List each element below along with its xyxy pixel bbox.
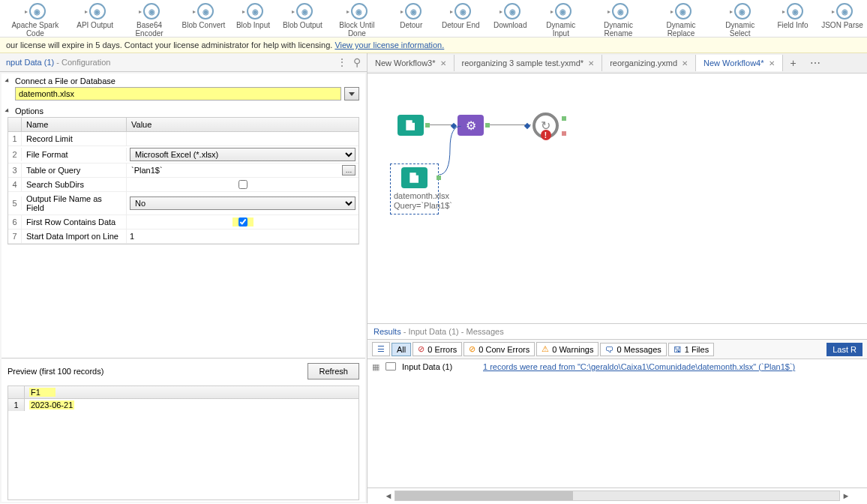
tool-blob-convert[interactable]: ▸◉Blob Convert — [178, 2, 228, 35]
filter-errors[interactable]: ⊘0 Errors — [412, 342, 462, 356]
tool-block-until-done[interactable]: ▸◉Block Until Done — [327, 2, 386, 35]
tool-label: Blob Input — [236, 21, 270, 29]
chevron-right-icon: ▸ — [730, 8, 733, 15]
output-port-icon[interactable] — [425, 123, 430, 128]
macro-node[interactable]: ⚙ — [458, 115, 484, 136]
file-path-input[interactable] — [15, 87, 341, 100]
close-icon[interactable]: ✕ — [682, 59, 688, 68]
tool-field-info[interactable]: ▸◉Field Info — [768, 2, 818, 35]
filter-files[interactable]: 🖫1 Files — [668, 343, 714, 356]
chevron-right-icon: ▸ — [242, 8, 245, 15]
file-dropdown-button[interactable] — [344, 87, 359, 100]
chevron-right-icon: ▸ — [25, 8, 28, 15]
menu-dots-icon[interactable]: ⋮ — [337, 56, 347, 68]
view-list-icon[interactable]: ☰ — [372, 342, 390, 356]
tab-menu-button[interactable]: ⋯ — [804, 53, 826, 73]
tool-json-parse[interactable]: ▸◉JSON Parse — [818, 2, 867, 35]
pin-icon[interactable]: ⚲ — [353, 56, 361, 68]
tool-api-output[interactable]: ▸◉API Output — [70, 2, 120, 35]
output-port-icon[interactable] — [562, 131, 566, 136]
option-checkbox[interactable] — [238, 218, 248, 226]
pane-icon[interactable]: ▦ — [372, 362, 380, 372]
config-body: Connect a File or Database Options Name … — [2, 74, 365, 502]
output-port-icon[interactable] — [436, 176, 441, 180]
configuration-panel: nput Data (1) - Configuration ⋮ ⚲ Connec… — [0, 53, 368, 503]
tool-icon: ◉ — [787, 3, 803, 20]
tool-icon: ◉ — [836, 3, 853, 20]
scroll-left-icon[interactable]: ◄ — [382, 491, 394, 500]
workflow-tab[interactable]: New Workflow3*✕ — [368, 55, 454, 71]
option-select[interactable]: Microsoft Excel (*.xlsx) — [130, 148, 356, 161]
close-icon[interactable]: ✕ — [769, 59, 775, 68]
tab-label: New Workflow4* — [704, 58, 764, 68]
preview-row-num: 1 — [8, 399, 25, 411]
option-row: 3Table or Query… — [8, 164, 358, 178]
row-number: 4 — [8, 178, 22, 191]
tool-label: Block Until Done — [330, 21, 383, 38]
tool-base64-encoder[interactable]: ▸◉Base64 Encoder — [120, 2, 179, 35]
row-number: 5 — [8, 196, 22, 210]
results-title: Results — [374, 327, 401, 336]
tool-icon: ◉ — [454, 3, 471, 20]
options-section-label[interactable]: Options — [2, 105, 365, 117]
tool-dynamic-input[interactable]: ▸◉Dynamic Input — [535, 2, 586, 35]
tool-dynamic-replace[interactable]: ▸◉Dynamic Replace — [650, 2, 712, 35]
option-checkbox[interactable] — [238, 180, 248, 189]
tool-blob-output[interactable]: ▸◉Blob Output — [278, 2, 327, 35]
browse-node[interactable]: ↻! — [532, 112, 559, 139]
close-icon[interactable]: ✕ — [588, 59, 594, 68]
last-run-button[interactable]: Last R — [826, 343, 862, 356]
tool-icon: ◉ — [197, 3, 214, 20]
option-row: 7Start Data Import on Line1 — [8, 230, 358, 244]
tool-blob-input[interactable]: ▸◉Blob Input — [228, 2, 278, 35]
workflow-tab[interactable]: New Workflow4*✕ — [696, 55, 783, 71]
tool-label: Dynamic Select — [716, 21, 766, 38]
filter-conv-errors[interactable]: ⊘0 Conv Errors — [464, 342, 535, 356]
workflow-tab[interactable]: reorganizing 3 sample test.yxmd*✕ — [454, 55, 603, 71]
tool-dynamic-select[interactable]: ▸◉Dynamic Select — [712, 2, 769, 35]
config-title: nput Data (1) — [6, 58, 54, 67]
tool-download[interactable]: ▸◉Download — [485, 2, 535, 35]
option-name: Search SubDirs — [22, 178, 127, 191]
add-tab-button[interactable]: + — [783, 53, 804, 73]
output-port-icon[interactable] — [562, 116, 566, 121]
refresh-button[interactable]: Refresh — [308, 363, 359, 380]
option-value[interactable]: 1 — [130, 232, 134, 241]
input-data-node-1[interactable] — [398, 115, 424, 136]
filter-all[interactable]: All — [392, 343, 411, 356]
tool-detour-end[interactable]: ▸◉Detour End — [436, 2, 485, 35]
workflow-tab[interactable]: reorganizing.yxmd✕ — [602, 55, 696, 71]
filter-warnings[interactable]: ⚠0 Warnings — [536, 342, 598, 356]
output-port-icon[interactable] — [485, 123, 490, 128]
tool-label: Dynamic Input — [538, 21, 584, 38]
result-message-link[interactable]: 1 records were read from "C:\geraldo\Cai… — [483, 362, 795, 371]
scroll-right-icon[interactable]: ► — [840, 491, 852, 500]
workflow-canvas[interactable]: ⚙ ↻! datemonth.xlsx Query=`Plan1$` — [368, 74, 867, 323]
tool-label: Apache Spark Code — [3, 21, 68, 38]
input-data-node-selected[interactable]: datemonth.xlsx Query=`Plan1$` — [390, 164, 439, 214]
license-link[interactable]: View your license information. — [334, 40, 444, 50]
tool-label: Field Info — [777, 21, 808, 29]
chevron-right-icon: ▸ — [193, 8, 196, 15]
tool-detour[interactable]: ▸◉Detour — [386, 2, 436, 35]
chevron-right-icon: ▸ — [550, 8, 554, 15]
option-input[interactable] — [130, 165, 340, 176]
tool-apache-spark-code[interactable]: ▸◉Apache Spark Code — [0, 2, 70, 35]
filter-messages[interactable]: 🗨0 Messages — [600, 343, 666, 356]
option-row: 6First Row Contains Data — [8, 215, 358, 230]
preview-label: Preview (first 100 records) — [8, 367, 104, 376]
chevron-right-icon: ▸ — [832, 8, 835, 15]
option-name: Start Data Import on Line — [22, 230, 127, 243]
row-number: 3 — [8, 164, 22, 177]
connect-section-label[interactable]: Connect a File or Database — [2, 74, 365, 87]
preview-cell: 2023-06-21 — [25, 399, 79, 411]
browse-button[interactable]: … — [342, 165, 356, 176]
config-subtitle: - Configuration — [56, 58, 110, 67]
option-select[interactable]: No — [130, 196, 356, 210]
option-row: 2File FormatMicrosoft Excel (*.xlsx) — [8, 146, 358, 164]
connector-wire[interactable] — [439, 126, 461, 175]
chevron-right-icon: ▸ — [500, 8, 502, 15]
tool-dynamic-rename[interactable]: ▸◉Dynamic Rename — [586, 2, 650, 35]
close-icon[interactable]: ✕ — [440, 59, 446, 68]
horizontal-scrollbar[interactable]: ◄ ► — [368, 488, 867, 503]
